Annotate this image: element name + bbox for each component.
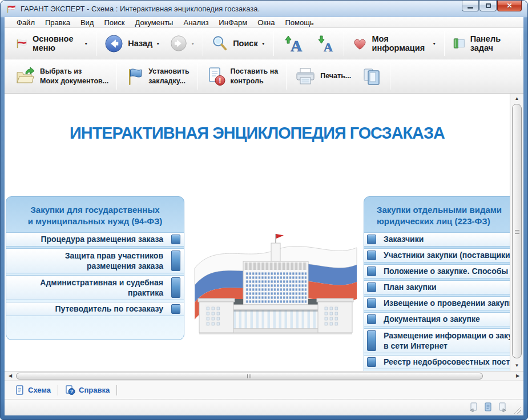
chevron-down-icon: ▼ [432, 42, 436, 46]
panel-223fz-header: Закупки отдельными видами юридических ли… [364, 197, 510, 228]
resize-grip[interactable] [513, 406, 521, 414]
tab-scheme-label: Схема [28, 386, 51, 394]
scheme-item-administrative-judicial-practice[interactable]: Административная и судебная практика [6, 275, 184, 300]
menu-analysis[interactable]: Анализ [178, 18, 213, 27]
folder-arrow-icon [14, 67, 36, 86]
scheme-item-procurement-participants[interactable]: Участники закупки (поставщики) [364, 248, 510, 262]
search-label: Поиск [233, 39, 258, 48]
svg-text:!: ! [219, 76, 221, 85]
close-button[interactable]: ✕ [497, 1, 522, 11]
tab-help[interactable]: ? Справка [61, 383, 114, 397]
close-icon: ✕ [506, 2, 512, 10]
scroll-down-arrow[interactable]: ▼ [510, 361, 523, 370]
toolbar-separator [273, 31, 274, 55]
tab-scheme[interactable]: Схема [10, 383, 55, 397]
scheme-title: ИНТЕРАКТИВНАЯ ЭНЦИКЛОПЕДИЯ ГОСЗАКАЗА [15, 123, 500, 143]
minimize-icon [467, 7, 473, 9]
menu-inpharm[interactable]: ИнФарм [213, 18, 252, 27]
task-panel-label: Панель задач [470, 34, 512, 52]
restore-button[interactable] [479, 1, 497, 11]
search-button[interactable]: Поиск ▼ [206, 33, 270, 54]
panel-94fz-header: Закупки для государственных и муниципаль… [6, 197, 184, 228]
scheme-item-procurement-regulation[interactable]: Положение о закупке. Способы закупки [364, 264, 510, 278]
back-arrow-icon [104, 34, 123, 53]
menu-search[interactable]: Поиск [99, 18, 130, 27]
put-on-control-button[interactable]: ! Поставить на контроль [201, 64, 284, 89]
menu-documents[interactable]: Документы [130, 18, 178, 27]
title-bar: ГАРАНТ ЭКСПЕРТ - Схема : Интерактивная э… [0, 0, 528, 17]
horizontal-scrollbar-thumb[interactable] [16, 373, 483, 379]
main-menu-button[interactable]: Основное меню ▼ [10, 32, 93, 55]
panel-94fz: Закупки для государственных и муниципаль… [6, 196, 184, 340]
tab-separator [58, 385, 58, 395]
pick-from-my-documents-label: Выбрать из Моих документов... [40, 67, 108, 86]
scroll-left-arrow[interactable]: ◀ [6, 371, 15, 381]
minimize-button[interactable] [462, 1, 479, 11]
font-decrease-button[interactable]: A [310, 31, 341, 56]
document-alert-icon: ! [206, 66, 227, 87]
vertical-scrollbar[interactable]: ▲ ▼ [510, 94, 523, 371]
print-button[interactable]: Печать... [289, 65, 356, 88]
forward-arrow-icon [170, 35, 187, 52]
font-decrease-icon: A [315, 33, 336, 54]
menu-help[interactable]: Помощь [280, 18, 319, 27]
panel-223fz: Закупки отдельными видами юридических ли… [364, 196, 510, 371]
set-bookmark-button[interactable]: Установить закладку... [120, 64, 194, 89]
scroll-right-arrow[interactable]: ▶ [513, 371, 522, 381]
russian-flag-icon [15, 35, 28, 52]
menu-bar: Файл Правка Вид Поиск Документы Анализ И… [5, 17, 523, 28]
scheme-item-gos-order-guide[interactable]: Путеводитель по госзаказу [6, 302, 184, 316]
task-panel-icon [453, 35, 466, 51]
current-document-icon[interactable] [483, 402, 493, 413]
client-area: Файл Правка Вид Поиск Документы Анализ И… [5, 17, 523, 415]
back-button[interactable]: Назад ▼ [99, 32, 165, 55]
menu-file[interactable]: Файл [11, 18, 40, 27]
help-document-icon: ? [65, 385, 75, 395]
print-preview-button[interactable] [356, 64, 387, 88]
scheme-viewport: ИНТЕРАКТИВНАЯ ЭНЦИКЛОПЕДИЯ ГОСЗАКАЗА Зак… [5, 94, 510, 371]
scheme-item-order-placement-procedure[interactable]: Процедура размещения заказа [6, 232, 184, 247]
scroll-up-arrow[interactable]: ▲ [510, 94, 523, 103]
restore-icon [486, 3, 491, 8]
scheme-item-customers[interactable]: Заказчики [364, 232, 510, 247]
toolbar-separator [203, 31, 203, 55]
tab-help-label: Справка [79, 386, 110, 394]
svg-text:A: A [324, 40, 333, 54]
scheme-item-unfair-suppliers-register[interactable]: Реестр недобросовестных поставщиков [364, 355, 510, 369]
scheme-item-participants-rights-protection[interactable]: Защита прав участников размещения заказа [6, 248, 184, 273]
menu-edit[interactable]: Правка [40, 18, 75, 27]
pick-from-my-documents-button[interactable]: Выбрать из Моих документов... [9, 64, 114, 88]
heart-icon [352, 35, 368, 52]
svg-text:A: A [290, 37, 302, 54]
toolbar-separator [444, 31, 445, 55]
chevron-down-icon: ▼ [191, 42, 195, 46]
next-document-icon[interactable] [497, 402, 507, 413]
toolbar-separator [286, 63, 287, 90]
printer-icon [295, 67, 316, 86]
toolbar-separator [344, 31, 344, 55]
menu-view[interactable]: Вид [75, 18, 99, 27]
government-building-illustration [190, 224, 361, 348]
my-information-button[interactable]: Моя информация ▼ [347, 32, 442, 55]
bookmark-flag-icon [125, 66, 144, 87]
scheme-item-procurement-documentation[interactable]: Документация о закупке [364, 312, 510, 326]
vertical-scrollbar-thumb[interactable] [512, 104, 522, 358]
thumb-grip [515, 229, 519, 234]
window-title: ГАРАНТ ЭКСПЕРТ - Схема : Интерактивная э… [21, 5, 260, 13]
svg-text:?: ? [70, 389, 73, 394]
horizontal-scrollbar[interactable]: ◀ ▶ [5, 371, 523, 381]
scheme-item-procurement-plan[interactable]: План закупки [364, 280, 510, 294]
chevron-down-icon: ▼ [84, 42, 88, 46]
garant-app-icon [6, 3, 17, 14]
previous-document-icon[interactable] [469, 402, 479, 413]
scheme-item-internet-information-placement[interactable]: Размещение информации о закупке в сети И… [364, 328, 510, 353]
toolbar-separator [198, 63, 198, 90]
back-label: Назад [128, 39, 152, 48]
task-panel-button[interactable]: Панель задач [448, 32, 517, 55]
main-toolbar: Основное меню ▼ Назад ▼ [5, 28, 523, 59]
forward-button[interactable]: ▼ [165, 33, 200, 54]
thumb-grip [247, 374, 252, 378]
font-increase-button[interactable]: A [277, 31, 310, 56]
scheme-item-procurement-notice[interactable]: Извещение о проведении закупки [364, 296, 510, 310]
menu-windows[interactable]: Окна [252, 18, 280, 27]
